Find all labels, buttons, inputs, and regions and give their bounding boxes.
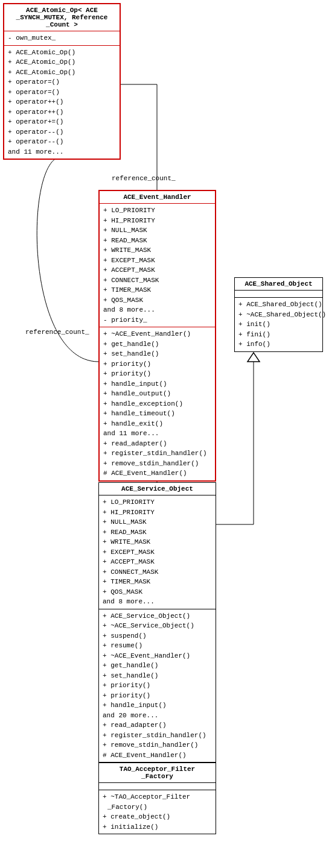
box-service-object: ACE_Service_Object + LO_PRIORITY + HI_PR… bbox=[98, 482, 216, 763]
box-event-handler: ACE_Event_Handler + LO_PRIORITY + HI_PRI… bbox=[98, 190, 216, 482]
box-tao-acceptor-title: TAO_Acceptor_Filter_Factory bbox=[99, 763, 216, 783]
box-tao-acceptor-methods: + ~TAO_Acceptor_Filter _Factory() + crea… bbox=[99, 790, 216, 834]
box-tao-acceptor-empty bbox=[99, 783, 216, 790]
box-atomic-op-fields: - own_mutex_ bbox=[4, 31, 120, 46]
box-shared-object-methods: + ACE_Shared_Object() + ~ACE_Shared_Obje… bbox=[235, 298, 322, 351]
box-atomic-op-methods: + ACE_Atomic_Op() + ACE_Atomic_Op() + AC… bbox=[4, 46, 120, 159]
box-event-handler-title: ACE_Event_Handler bbox=[100, 191, 215, 204]
label-reference-count-left: reference_count_ bbox=[25, 329, 89, 336]
box-atomic-op-title: ACE_Atomic_Op< ACE_SYNCH_MUTEX, Referenc… bbox=[4, 4, 120, 31]
box-service-object-methods: + ACE_Service_Object() + ~ACE_Service_Ob… bbox=[99, 609, 216, 763]
box-service-object-title: ACE_Service_Object bbox=[99, 483, 216, 495]
box-service-object-constants: + LO_PRIORITY + HI_PRIORITY + NULL_MASK … bbox=[99, 495, 216, 609]
svg-marker-1 bbox=[248, 353, 260, 362]
box-shared-object: ACE_Shared_Object + ACE_Shared_Object() … bbox=[234, 277, 323, 352]
box-event-handler-methods: + ~ACE_Event_Handler() + get_handle() + … bbox=[100, 327, 215, 480]
box-tao-acceptor: TAO_Acceptor_Filter_Factory + ~TAO_Accep… bbox=[98, 763, 216, 834]
box-atomic-op: ACE_Atomic_Op< ACE_SYNCH_MUTEX, Referenc… bbox=[3, 3, 121, 160]
box-event-handler-constants: + LO_PRIORITY + HI_PRIORITY + NULL_MASK … bbox=[100, 204, 215, 327]
diagram-container: reference_count_ reference_count_ ACE_At… bbox=[0, 0, 326, 868]
box-shared-object-empty bbox=[235, 291, 322, 298]
label-reference-count-top: reference_count_ bbox=[112, 175, 176, 182]
box-shared-object-title: ACE_Shared_Object bbox=[235, 278, 322, 291]
